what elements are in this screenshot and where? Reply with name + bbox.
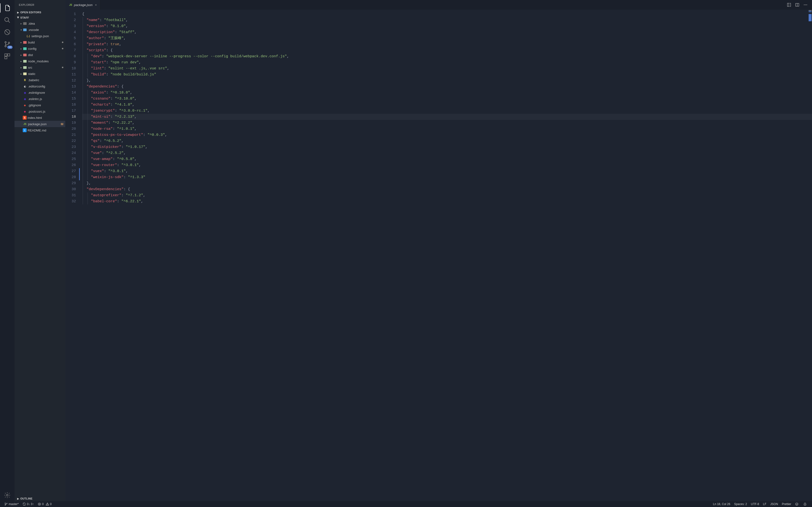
section-root[interactable]: ▶ STAFF [14, 15, 65, 20]
status-sync[interactable]: 0↓ 3↑ [20, 501, 36, 507]
tree-item-label: .editorconfig [28, 84, 63, 88]
status-eol[interactable]: LF [761, 501, 768, 507]
section-outline[interactable]: ▶ OUTLINE [14, 496, 65, 501]
minimap[interactable] [809, 10, 812, 30]
line-number: 31 [65, 192, 80, 199]
search-icon [4, 17, 11, 23]
smile-icon [795, 502, 799, 506]
activity-explorer[interactable] [0, 2, 14, 14]
activity-scm[interactable]: 13 [0, 38, 14, 50]
tree-item-label: .babelrc [28, 78, 63, 82]
compare-changes-button[interactable] [785, 1, 793, 9]
activity-debug-disabled[interactable] [0, 26, 14, 38]
tree-item--vscode[interactable]: ▾.vscode [14, 26, 65, 33]
code-line: "autoprefixer": "^7.1.2", [82, 192, 812, 199]
tree-item-config[interactable]: ▸config [14, 45, 65, 52]
svg-point-17 [5, 505, 5, 505]
tree-item-src[interactable]: ▸src [14, 64, 65, 70]
code-content[interactable]: { "name": "football", "version": "0.1.0"… [80, 10, 812, 501]
sync-icon [22, 502, 26, 506]
tree-item-dist[interactable]: ▸dist [14, 52, 65, 58]
status-encoding[interactable]: UTF-8 [749, 501, 761, 507]
editor-body[interactable]: 1234567891011121314151617181920212223242… [65, 10, 812, 501]
line-number: 26 [65, 162, 80, 168]
tree-item-readme-md[interactable]: iREADME.md [14, 127, 65, 133]
line-number: 3 [65, 23, 80, 29]
section-open-editors-label: OPEN EDITORS [20, 11, 41, 14]
tree-item-package-json[interactable]: JSpackage.jsonM [14, 121, 65, 127]
code-line: "private": true, [82, 41, 812, 47]
files-icon [4, 5, 11, 11]
activity-extensions[interactable] [0, 50, 14, 62]
dots-icon [803, 3, 808, 7]
code-line: "qs": "^6.5.2", [82, 138, 812, 144]
tree-item-label: index.html [28, 116, 63, 120]
line-number: 32 [65, 199, 80, 205]
folder-icon [23, 40, 27, 45]
line-number: 12 [65, 77, 80, 83]
chevron-right-icon: ▸ [19, 54, 23, 56]
tree-item-node-modules[interactable]: ▸node_modules [14, 58, 65, 64]
more-actions-button[interactable] [801, 1, 810, 9]
errors-count: 0 [42, 502, 44, 506]
npm-icon: JS [23, 122, 27, 126]
dirty-indicator-icon [62, 42, 63, 43]
line-number: 23 [65, 144, 80, 150]
tree-item-index-html[interactable]: 5index.html [14, 115, 65, 121]
folder-icon [23, 53, 27, 57]
status-feedback[interactable] [793, 501, 801, 507]
file-tree: ▸.idea▾.vscode{..}settings.json▸build▸co… [14, 20, 65, 496]
tree-item--idea[interactable]: ▸.idea [14, 20, 65, 26]
tab-package-json[interactable]: JS package.json × [65, 0, 100, 10]
line-number: 29 [65, 180, 80, 186]
status-cursor[interactable]: Ln 18, Col 26 [711, 501, 732, 507]
svg-rect-7 [7, 54, 10, 56]
activity-settings[interactable] [0, 489, 14, 501]
code-line: "vue": "^2.5.2", [82, 150, 812, 156]
tree-item--eslintignore[interactable]: ◉.eslintignore [14, 90, 65, 96]
svg-point-18 [6, 503, 7, 504]
status-branch[interactable]: master* [2, 501, 20, 507]
tree-item-label: .eslintrc.js [28, 97, 63, 101]
tree-item--eslintrc-js[interactable]: ◉.eslintrc.js [14, 96, 65, 102]
chevron-down-icon: ▾ [19, 29, 23, 31]
code-line: "description": "Staff", [82, 29, 812, 35]
postcss-icon: ◆ [23, 109, 27, 114]
tree-item-build[interactable]: ▸build [14, 39, 65, 45]
line-number: 19 [65, 120, 80, 126]
svg-point-0 [5, 18, 9, 21]
tree-item--babelrc[interactable]: B.babelrc [14, 77, 65, 83]
code-line: "jsencrypt": "^3.0.0-rc.1", [82, 108, 812, 114]
editor-actions [785, 0, 812, 10]
line-number: 25 [65, 156, 80, 162]
chevron-right-icon: ▶ [16, 497, 20, 500]
tab-close-button[interactable]: × [95, 3, 97, 7]
status-notifications[interactable] [801, 501, 810, 507]
tree-item-static[interactable]: ▸static [14, 70, 65, 77]
line-number: 28 [65, 174, 80, 180]
status-indent[interactable]: Spaces: 2 [732, 501, 749, 507]
tree-item-settings-json[interactable]: {..}settings.json [14, 33, 65, 39]
code-line: "dev": "webpack-dev-server --inline --pr… [82, 53, 812, 59]
code-line: "axios": "^0.18.0", [82, 90, 812, 96]
tree-item--editorconfig[interactable]: ◐.editorconfig [14, 83, 65, 90]
line-number: 15 [65, 96, 80, 102]
code-line: "postcss-px-to-viewport": "^0.0.3", [82, 132, 812, 138]
code-line: { [82, 11, 812, 17]
status-problems[interactable]: 0 0 [36, 501, 53, 507]
chevron-down-icon: ▶ [17, 16, 19, 19]
status-language[interactable]: JSON [768, 501, 780, 507]
tree-item--postcssrc-js[interactable]: ◆.postcssrc.js [14, 108, 65, 115]
status-formatter[interactable]: Prettier [780, 501, 793, 507]
code-line: "mint-ui": "^2.2.13", [82, 114, 812, 120]
tree-item-label: build [28, 41, 60, 44]
diff-marker-icon [79, 174, 80, 180]
section-open-editors[interactable]: ▶ OPEN EDITORS [14, 10, 65, 15]
activity-search[interactable] [0, 14, 14, 26]
split-editor-button[interactable] [793, 1, 801, 9]
svg-point-24 [796, 503, 798, 506]
editor-area: JS package.json × 1234567891011121314151… [65, 0, 812, 501]
tree-item--gitignore[interactable]: ◈.gitignore [14, 102, 65, 108]
modified-badge: M [61, 122, 63, 126]
chevron-right-icon: ▸ [19, 41, 23, 44]
